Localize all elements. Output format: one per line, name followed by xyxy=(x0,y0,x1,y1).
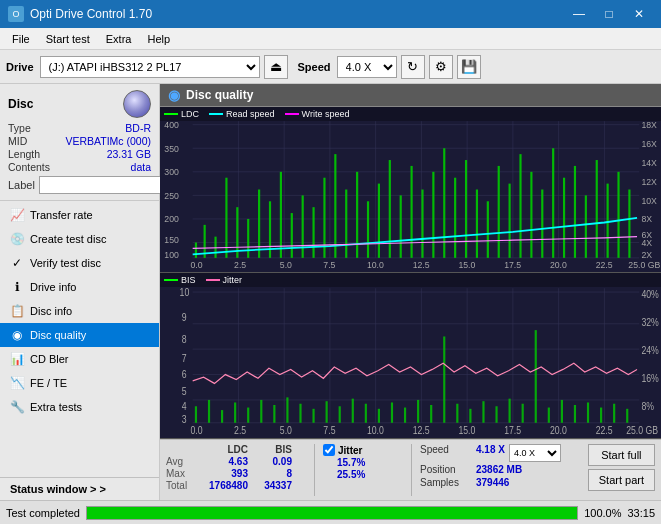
stats-total-row: Total 1768480 34337 xyxy=(166,480,306,491)
svg-rect-60 xyxy=(487,201,489,258)
avg-bis: 0.09 xyxy=(252,456,292,467)
start-full-button[interactable]: Start full xyxy=(588,444,655,466)
svg-text:12.5: 12.5 xyxy=(413,425,430,437)
total-ldc: 1768480 xyxy=(202,480,248,491)
disc-quality-panel-title: Disc quality xyxy=(186,88,253,102)
svg-text:0.0: 0.0 xyxy=(190,260,202,270)
write-speed-legend-item: Write speed xyxy=(285,109,350,119)
drive-select[interactable]: (J:) ATAPI iHBS312 2 PL17 xyxy=(40,56,260,78)
settings-button[interactable]: ⚙ xyxy=(429,55,453,79)
jitter-legend-label: Jitter xyxy=(223,275,243,285)
max-ldc: 393 xyxy=(202,468,248,479)
stats-divider1 xyxy=(314,444,315,496)
menu-file[interactable]: File xyxy=(4,31,38,47)
sidebar-item-label: Verify test disc xyxy=(30,257,101,269)
max-label: Max xyxy=(166,468,198,479)
svg-rect-48 xyxy=(356,172,358,258)
bis-legend-color xyxy=(164,279,178,281)
svg-text:32%: 32% xyxy=(641,317,659,329)
save-button[interactable]: 💾 xyxy=(457,55,481,79)
total-label: Total xyxy=(166,480,198,491)
svg-text:100: 100 xyxy=(164,250,179,260)
sidebar-item-cd-bler[interactable]: 📊 CD Bler xyxy=(0,347,159,371)
svg-text:3: 3 xyxy=(182,413,187,425)
sidebar-item-fe-te[interactable]: 📉 FE / TE xyxy=(0,371,159,395)
sidebar-item-transfer-rate[interactable]: 📈 Transfer rate xyxy=(0,203,159,227)
svg-text:4X: 4X xyxy=(641,238,652,248)
menu-help[interactable]: Help xyxy=(139,31,178,47)
disc-label-input[interactable] xyxy=(39,176,172,194)
bis-col-header: BIS xyxy=(252,444,292,455)
disc-length-value: 23.31 GB xyxy=(107,148,151,160)
svg-rect-47 xyxy=(345,190,347,258)
svg-rect-131 xyxy=(417,400,419,423)
maximize-button[interactable]: □ xyxy=(595,4,623,24)
sidebar-item-verify-test-disc[interactable]: ✓ Verify test disc xyxy=(0,251,159,275)
position-value: 23862 MB xyxy=(476,464,522,475)
avg-jitter: 15.7% xyxy=(323,457,403,468)
speed-select[interactable]: 4.0 X xyxy=(509,444,561,462)
svg-text:22.5: 22.5 xyxy=(596,260,613,270)
max-jitter: 25.5% xyxy=(323,469,403,480)
main-layout: Disc Type BD-R MID VERBATIMc (000) Lengt… xyxy=(0,84,661,500)
svg-rect-68 xyxy=(574,166,576,258)
svg-rect-115 xyxy=(208,400,210,423)
svg-rect-127 xyxy=(365,404,367,423)
svg-text:5.0: 5.0 xyxy=(280,260,292,270)
svg-rect-143 xyxy=(574,405,576,423)
speed-label: Speed xyxy=(420,444,472,462)
svg-text:25.0 GB: 25.0 GB xyxy=(628,260,660,270)
eject-button[interactable]: ⏏ xyxy=(264,55,288,79)
svg-rect-41 xyxy=(280,172,282,258)
svg-text:16X: 16X xyxy=(641,139,656,149)
disc-mid-row: MID VERBATIMc (000) xyxy=(8,135,151,147)
svg-text:300: 300 xyxy=(164,167,179,177)
status-window-button[interactable]: Status window > > xyxy=(0,477,159,500)
svg-rect-46 xyxy=(334,154,336,258)
svg-rect-33 xyxy=(195,243,197,258)
menu-start-test[interactable]: Start test xyxy=(38,31,98,47)
sidebar-item-disc-info[interactable]: 📋 Disc info xyxy=(0,299,159,323)
sidebar-item-label: CD Bler xyxy=(30,353,69,365)
svg-text:0.0: 0.0 xyxy=(190,425,202,437)
disc-label-row: Label 🔍 xyxy=(8,176,151,194)
stats-max-row: Max 393 8 xyxy=(166,468,306,479)
sidebar-item-drive-info[interactable]: ℹ Drive info xyxy=(0,275,159,299)
sidebar-item-extra-tests[interactable]: 🔧 Extra tests xyxy=(0,395,159,419)
speed-select[interactable]: 4.0 X xyxy=(337,56,397,78)
sidebar-item-create-test-disc[interactable]: 💿 Create test disc xyxy=(0,227,159,251)
svg-text:5.0: 5.0 xyxy=(280,425,292,437)
svg-text:250: 250 xyxy=(164,191,179,201)
minimize-button[interactable]: — xyxy=(565,4,593,24)
svg-text:8X: 8X xyxy=(641,214,652,224)
sidebar-item-disc-quality[interactable]: ◉ Disc quality xyxy=(0,323,159,347)
svg-rect-128 xyxy=(378,409,380,423)
svg-text:7: 7 xyxy=(182,352,187,364)
disc-title: Disc xyxy=(8,97,33,111)
svg-text:2.5: 2.5 xyxy=(234,425,246,437)
close-button[interactable]: ✕ xyxy=(625,4,653,24)
sidebar-item-label: Transfer rate xyxy=(30,209,93,221)
read-speed-legend-color xyxy=(209,113,223,115)
disc-header: Disc xyxy=(8,90,151,118)
ldc-legend-color xyxy=(164,113,178,115)
svg-rect-63 xyxy=(519,154,521,258)
svg-rect-67 xyxy=(563,178,565,258)
total-bis: 34337 xyxy=(252,480,292,491)
chart2-legend: BIS Jitter xyxy=(160,273,661,287)
svg-text:2X: 2X xyxy=(641,250,652,260)
sidebar-item-label: Extra tests xyxy=(30,401,82,413)
sidebar-item-label: Disc quality xyxy=(30,329,86,341)
transfer-rate-icon: 📈 xyxy=(10,208,24,222)
svg-rect-69 xyxy=(585,195,587,257)
svg-rect-73 xyxy=(628,190,630,258)
svg-rect-116 xyxy=(221,410,223,423)
svg-text:14X: 14X xyxy=(641,158,656,168)
svg-text:12X: 12X xyxy=(641,176,656,186)
refresh-button[interactable]: ↻ xyxy=(401,55,425,79)
stats-headers: LDC BIS xyxy=(166,444,306,455)
time-label: 33:15 xyxy=(627,507,655,519)
start-part-button[interactable]: Start part xyxy=(588,469,655,491)
menu-extra[interactable]: Extra xyxy=(98,31,140,47)
jitter-checkbox[interactable] xyxy=(323,444,335,456)
